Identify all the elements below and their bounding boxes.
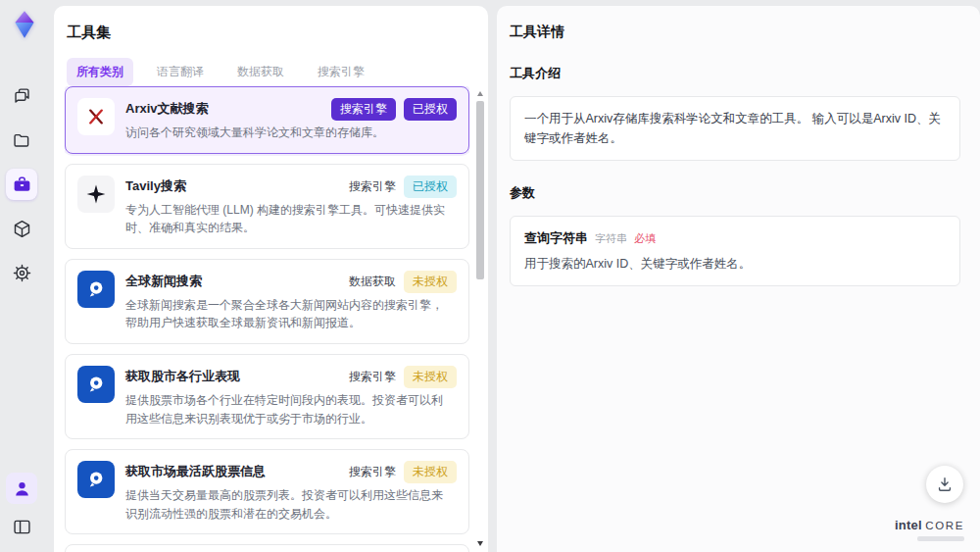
intro-box: 一个用于从Arxiv存储库搜索科学论文和文章的工具。 输入可以是Arxiv ID… — [510, 96, 960, 161]
folder-icon[interactable] — [6, 125, 37, 156]
sidebar-nav — [6, 80, 37, 288]
category-badge: 搜索引擎 — [331, 98, 396, 121]
auth-status-badge: 已授权 — [404, 98, 457, 121]
tool-card[interactable]: Tavily搜索专为人工智能代理 (LLM) 构建的搜索引擎工具。可快速提供实时… — [65, 164, 469, 249]
scroll-down-icon[interactable] — [477, 541, 483, 546]
arxiv-icon — [77, 98, 115, 135]
param-required-flag: 必填 — [634, 231, 656, 246]
app-logo-icon[interactable] — [8, 8, 41, 41]
settings-icon[interactable] — [6, 257, 37, 288]
tool-badges: 数据获取未授权 — [349, 271, 457, 293]
category-badge: 搜索引擎 — [349, 366, 396, 388]
auth-status-badge: 未授权 — [404, 271, 457, 293]
tool-badges: 搜索引擎已授权 — [331, 98, 457, 121]
cube-icon[interactable] — [6, 213, 37, 244]
page-title: 工具集 — [67, 24, 477, 42]
tool-card[interactable]: 获取市场最活跃股票信息提供当天交易量最高的股票列表。投资者可以利用这些信息来识别… — [65, 449, 469, 534]
panel-toggle-icon[interactable] — [6, 511, 37, 542]
detail-panel: 工具详情 工具介绍 一个用于从Arxiv存储库搜索科学论文和文章的工具。 输入可… — [497, 6, 980, 552]
auth-status-badge: 未授权 — [404, 366, 457, 388]
toolbox-icon[interactable] — [6, 169, 37, 200]
brand-subline — [917, 536, 964, 541]
tool-card[interactable]: 全球新闻搜索全球新闻搜索是一个聚合全球各大新闻网站内容的搜索引擎，帮助用户快速获… — [65, 259, 469, 344]
detail-title: 工具详情 — [510, 24, 960, 41]
news-search-icon — [77, 461, 115, 498]
tool-list: Arxiv文献搜索访问各个研究领域大量科学论文和文章的存储库。搜索引擎已授权Ta… — [65, 86, 469, 552]
intro-text: 一个用于从Arxiv存储库搜索科学论文和文章的工具。 输入可以是Arxiv ID… — [524, 109, 946, 148]
tool-description: 提供股票市场各个行业在特定时间段内的表现。投资者可以利用这些信息来识别表现优于或… — [125, 391, 451, 427]
sidebar-bottom — [6, 473, 37, 542]
category-badge: 数据获取 — [349, 271, 396, 293]
param-type: 字符串 — [595, 231, 627, 246]
tavily-star-icon — [77, 176, 115, 213]
scroll-up-icon[interactable] — [477, 91, 483, 96]
tool-card[interactable]: Arxiv文献搜索访问各个研究领域大量科学论文和文章的存储库。搜索引擎已授权 — [65, 86, 469, 154]
tool-card[interactable]: 获取股市各行业表现提供股票市场各个行业在特定时间段内的表现。投资者可以利用这些信… — [65, 354, 469, 439]
tool-description: 访问各个研究领域大量科学论文和文章的存储库。 — [125, 124, 451, 142]
brand-core-text: core — [925, 520, 964, 531]
news-search-icon — [77, 366, 115, 403]
auth-status-badge: 未授权 — [404, 461, 457, 483]
param-name: 查询字符串 — [524, 229, 588, 247]
auth-status-badge: 已授权 — [404, 176, 457, 198]
download-icon — [935, 475, 955, 494]
category-tab-3[interactable]: 搜索引擎 — [308, 58, 374, 86]
brand-intel-text: intel — [895, 518, 922, 532]
user-icon[interactable] — [6, 473, 37, 504]
category-badge: 搜索引擎 — [349, 176, 396, 198]
param-card: 查询字符串 字符串 必填 用于搜索的Arxiv ID、关键字或作者姓名。 — [510, 216, 960, 286]
intro-heading: 工具介绍 — [510, 65, 960, 82]
tool-badges: 搜索引擎已授权 — [349, 176, 457, 198]
scrollbar-thumb[interactable] — [476, 101, 484, 279]
tool-badges: 搜索引擎未授权 — [349, 461, 457, 483]
tool-description: 全球新闻搜索是一个聚合全球各大新闻网站内容的搜索引擎，帮助用户快速获取全球最新资… — [125, 296, 451, 332]
param-description: 用于搜索的Arxiv ID、关键字或作者姓名。 — [524, 256, 946, 273]
tool-card[interactable]: 万维地区新闻查询查询具体行政区划内的新闻，快速了解各地新闻动态搜索引擎未授权 — [65, 544, 469, 552]
intel-core-logo: intel core — [895, 519, 964, 541]
tools-panel: 工具集 所有类别语言翻译数据获取搜索引擎 Arxiv文献搜索访问各个研究领域大量… — [54, 6, 488, 552]
params-heading: 参数 — [510, 184, 960, 202]
param-header: 查询字符串 字符串 必填 — [524, 229, 946, 247]
app-window: 工具集 所有类别语言翻译数据获取搜索引擎 Arxiv文献搜索访问各个研究领域大量… — [0, 0, 980, 552]
tool-badges: 搜索引擎未授权 — [349, 366, 457, 388]
scrollbar[interactable] — [475, 88, 486, 549]
tool-description: 提供当天交易量最高的股票列表。投资者可以利用这些信息来识别流动性强的股票和潜在的… — [125, 486, 451, 523]
category-tabs: 所有类别语言翻译数据获取搜索引擎 — [67, 58, 477, 86]
chat-icon[interactable] — [6, 80, 37, 112]
sidebar — [0, 0, 54, 552]
category-tab-0[interactable]: 所有类别 — [67, 58, 133, 86]
category-tab-2[interactable]: 数据获取 — [227, 58, 294, 86]
news-search-icon — [77, 271, 115, 308]
download-button[interactable] — [926, 466, 963, 503]
tool-description: 专为人工智能代理 (LLM) 构建的搜索引擎工具。可快速提供实时、准确和真实的结… — [125, 201, 451, 237]
category-badge: 搜索引擎 — [349, 461, 396, 483]
category-tab-1[interactable]: 语言翻译 — [147, 58, 214, 86]
